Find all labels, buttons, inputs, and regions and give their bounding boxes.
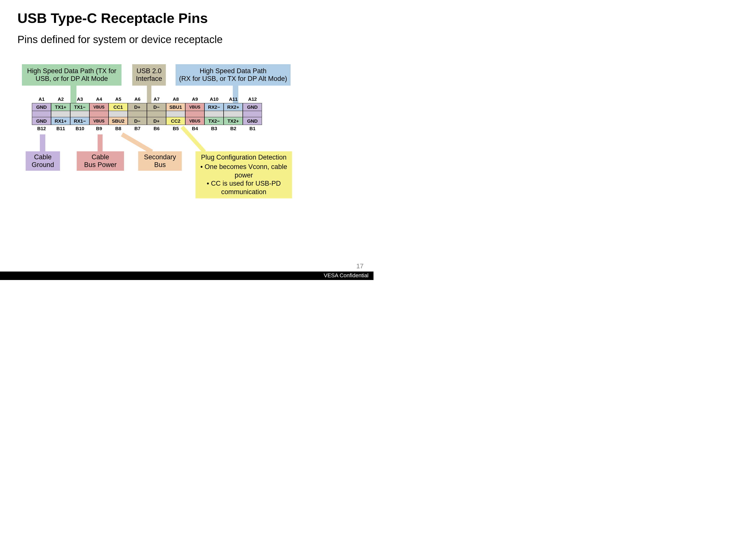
pin-label-bottom: B5 <box>166 126 186 131</box>
pin-cell-b: TX2− <box>204 117 224 125</box>
pin-cell-a: GND <box>32 103 51 111</box>
pin-label-bottom: B9 <box>89 126 109 131</box>
pin-cell-b: D+ <box>147 117 166 125</box>
pin-label-bottom: B10 <box>70 126 90 131</box>
pin-label-top: A7 <box>147 97 166 102</box>
slide-subtitle: Pins defined for system or device recept… <box>18 34 223 46</box>
pin-label-top: A8 <box>166 97 186 102</box>
callout-cable-bus-power: Cable Bus Power <box>77 151 124 171</box>
pin-cell-b: RX1− <box>70 117 89 125</box>
callout-cable-ground: Cable Ground <box>26 151 60 171</box>
callout-plug-configuration: Plug Configuration Detection One becomes… <box>196 151 292 198</box>
pin-label-bottom: B1 <box>242 126 262 131</box>
pin-label-bottom: B3 <box>204 126 224 131</box>
pin-cell-b: GND <box>243 117 262 125</box>
pin-label-bottom: B8 <box>108 126 128 131</box>
pin-mid <box>89 111 108 117</box>
pin-cell-b: RX1+ <box>51 117 70 125</box>
pin-cell-b: VBUS <box>185 117 204 125</box>
plug-title: Plug Configuration Detection <box>198 153 290 162</box>
pin-cell-b: SBU2 <box>108 117 128 125</box>
text: USB 2.0 Interface <box>134 67 164 83</box>
pin-cell-a: RX2+ <box>224 103 243 111</box>
watermark: VESA Confidential <box>324 272 368 279</box>
pin-label-top: A6 <box>128 97 148 102</box>
pin-cell-a: CC1 <box>108 103 128 111</box>
pin-label-top: A9 <box>185 97 205 102</box>
svg-line-0 <box>122 134 152 152</box>
pin-label-bottom: B7 <box>128 126 148 131</box>
pin-label-top: A3 <box>70 97 90 102</box>
connector-cable-bus-power <box>98 134 103 152</box>
pin-cell-b: VBUS <box>89 117 108 125</box>
text: Cable Ground <box>28 153 58 169</box>
pin-mid <box>224 111 243 117</box>
pin-label-top: A12 <box>242 97 262 102</box>
pin-mid <box>51 111 70 117</box>
pin-label-top: A4 <box>89 97 109 102</box>
callout-hs-tx: High Speed Data Path (TX for USB, or for… <box>22 64 122 86</box>
pin-mid <box>108 111 128 117</box>
text: Cable Bus Power <box>84 153 117 169</box>
plug-bullet-2: CC is used for USB-PD communication <box>198 180 290 196</box>
slide-title: USB Type-C Receptacle Pins <box>18 10 208 26</box>
pin-cell-b: TX2+ <box>224 117 243 125</box>
callout-secondary-bus: Secondary Bus <box>138 151 182 171</box>
pin-cell-b: CC2 <box>166 117 185 125</box>
pin-cell-a: VBUS <box>185 103 204 111</box>
pin-label-top: A5 <box>108 97 128 102</box>
pin-cell-a: RX2− <box>204 103 224 111</box>
pin-label-top: A11 <box>223 97 243 102</box>
connector-cable-ground <box>40 134 45 152</box>
callout-hs-rx: High Speed Data Path (RX for USB, or TX … <box>176 64 290 86</box>
pin-label-top: A2 <box>51 97 71 102</box>
text: High Speed Data Path (RX for USB, or TX … <box>179 67 287 83</box>
pin-label-top: A1 <box>32 97 52 102</box>
callout-usb2: USB 2.0 Interface <box>132 64 166 86</box>
pin-cell-a: VBUS <box>89 103 108 111</box>
pin-cell-b: D− <box>128 117 147 125</box>
text: High Speed Data Path (TX for USB, or for… <box>24 67 120 83</box>
plug-bullet-1: One becomes Vconn, cable power <box>198 163 290 180</box>
pin-label-bottom: B11 <box>51 126 71 131</box>
page-number: 17 <box>356 262 364 270</box>
pin-label-bottom: B4 <box>185 126 205 131</box>
pin-label-bottom: B12 <box>32 126 52 131</box>
text: Secondary Bus <box>140 153 180 169</box>
pin-cell-a: D− <box>147 103 166 111</box>
pin-mid <box>166 111 185 117</box>
pin-mid <box>185 111 204 117</box>
pin-mid <box>243 111 262 117</box>
pin-mid <box>147 111 166 117</box>
pin-label-bottom: B6 <box>147 126 166 131</box>
pin-label-bottom: B2 <box>223 126 243 131</box>
pin-mid <box>204 111 224 117</box>
pin-mid <box>32 111 51 117</box>
pin-mid <box>70 111 89 117</box>
slide: USB Type-C Receptacle Pins Pins defined … <box>0 0 374 280</box>
pin-cell-a: TX1− <box>70 103 89 111</box>
pin-cell-a: SBU1 <box>166 103 185 111</box>
pin-label-top: A10 <box>204 97 224 102</box>
pin-cell-a: GND <box>243 103 262 111</box>
footer-bar: VESA Confidential <box>0 271 374 280</box>
pin-cell-a: D+ <box>128 103 147 111</box>
pin-mid <box>128 111 147 117</box>
pin-cell-a: TX1+ <box>51 103 70 111</box>
pin-cell-b: GND <box>32 117 51 125</box>
